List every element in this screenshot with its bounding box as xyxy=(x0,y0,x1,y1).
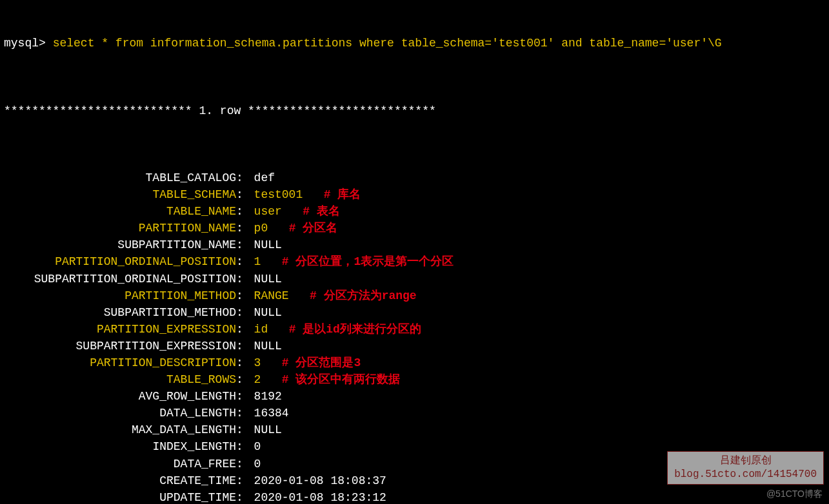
field-label: PARTITION_DESCRIPTION xyxy=(4,354,236,371)
inline-comment: # 该分区中有两行数据 xyxy=(282,371,401,388)
field-row: PARTITION_EXPRESSION: id # 是以id列来进行分区的 xyxy=(4,321,825,338)
field-label: TABLE_CATALOG xyxy=(4,170,236,186)
field-row: DATA_LENGTH: 16384 xyxy=(4,405,825,422)
field-row: PARTITION_METHOD: RANGE # 分区方法为range xyxy=(4,287,825,304)
field-value: 2020-01-08 18:23:12 xyxy=(254,489,386,504)
field-value: test001 xyxy=(254,186,303,203)
field-value: NULL xyxy=(254,422,282,438)
field-row: AVG_ROW_LENGTH: 8192 xyxy=(4,388,825,405)
field-row: TABLE_SCHEMA: test001 # 库名 xyxy=(4,186,825,203)
field-value: def xyxy=(254,170,275,186)
field-label: SUBPARTITION_METHOD xyxy=(4,304,236,321)
field-value: NULL xyxy=(254,338,282,354)
field-value: 3 xyxy=(254,354,261,371)
field-label: PARTITION_METHOD xyxy=(4,287,236,304)
field-value: p0 xyxy=(254,220,268,237)
field-value: 0 xyxy=(254,456,261,472)
field-row: PARTITION_NAME: p0 # 分区名 xyxy=(4,220,825,237)
field-value: user xyxy=(254,203,282,220)
field-label: PARTITION_NAME xyxy=(4,220,236,237)
field-label: TABLE_NAME xyxy=(4,203,236,220)
sql-query: select * from information_schema.partiti… xyxy=(53,35,722,52)
inline-comment: # 分区方法为range xyxy=(310,287,417,304)
inline-comment: # 分区名 xyxy=(289,220,338,237)
field-label: PARTITION_ORDINAL_POSITION xyxy=(4,253,236,270)
field-row: TABLE_NAME: user # 表名 xyxy=(4,203,825,220)
field-row: PARTITION_DESCRIPTION: 3 # 分区范围是3 xyxy=(4,354,825,371)
field-value: NULL xyxy=(254,271,282,287)
field-value: 2 xyxy=(254,371,261,388)
field-label: AVG_ROW_LENGTH xyxy=(4,388,236,405)
field-label: SUBPARTITION_NAME xyxy=(4,237,236,253)
field-label: SUBPARTITION_ORDINAL_POSITION xyxy=(4,271,236,287)
field-row: SUBPARTITION_ORDINAL_POSITION: NULL xyxy=(4,271,825,287)
blog-watermark: 吕建钊原创 blog.51cto.com/14154700 xyxy=(667,451,824,485)
inline-comment: # 分区范围是3 xyxy=(282,354,361,371)
field-label: UPDATE_TIME xyxy=(4,489,236,504)
field-value: NULL xyxy=(254,304,282,321)
field-value: id xyxy=(254,321,268,338)
field-row: SUBPARTITION_NAME: NULL xyxy=(4,237,825,253)
field-row: UPDATE_TIME: 2020-01-08 18:23:12 xyxy=(4,489,825,504)
site-watermark: @51CTO博客 xyxy=(766,487,823,500)
field-value: NULL xyxy=(254,237,282,253)
inline-comment: # 分区位置，1表示是第一个分区 xyxy=(282,253,454,270)
field-value: 16384 xyxy=(254,405,289,422)
field-row: SUBPARTITION_METHOD: NULL xyxy=(4,304,825,321)
inline-comment: # 表名 xyxy=(303,203,340,220)
row-1-header: *************************** 1. row *****… xyxy=(4,102,825,119)
terminal-output: mysql> select * from information_schema.… xyxy=(0,0,829,504)
field-label: DATA_LENGTH xyxy=(4,405,236,422)
field-label: DATA_FREE xyxy=(4,456,236,472)
inline-comment: # 库名 xyxy=(324,186,361,203)
field-row: TABLE_ROWS: 2 # 该分区中有两行数据 xyxy=(4,371,825,388)
field-label: INDEX_LENGTH xyxy=(4,438,236,455)
field-value: 8192 xyxy=(254,388,282,405)
field-label: CREATE_TIME xyxy=(4,472,236,489)
field-value: 2020-01-08 18:08:37 xyxy=(254,472,386,489)
field-row: PARTITION_ORDINAL_POSITION: 1 # 分区位置，1表示… xyxy=(4,253,825,270)
prompt-line: mysql> select * from information_schema.… xyxy=(4,35,825,52)
field-row: MAX_DATA_LENGTH: NULL xyxy=(4,422,825,438)
field-row: SUBPARTITION_EXPRESSION: NULL xyxy=(4,338,825,354)
field-label: SUBPARTITION_EXPRESSION xyxy=(4,338,236,354)
field-value: RANGE xyxy=(254,287,289,304)
inline-comment: # 是以id列来进行分区的 xyxy=(289,321,421,338)
mysql-prompt: mysql> xyxy=(4,35,46,52)
field-value: 1 xyxy=(254,253,261,270)
field-row: TABLE_CATALOG: def xyxy=(4,170,825,186)
field-label: TABLE_SCHEMA xyxy=(4,186,236,203)
field-label: MAX_DATA_LENGTH xyxy=(4,422,236,438)
field-value: 0 xyxy=(254,438,261,455)
field-label: PARTITION_EXPRESSION xyxy=(4,321,236,338)
field-label: TABLE_ROWS xyxy=(4,371,236,388)
